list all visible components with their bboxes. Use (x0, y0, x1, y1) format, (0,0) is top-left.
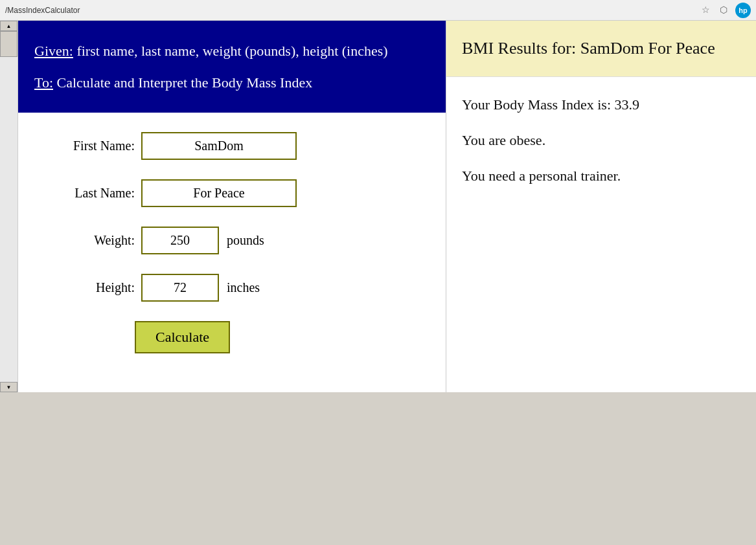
to-line: To: Calculate and Interpret the Body Mas… (34, 72, 430, 93)
first-name-label: First Name: (44, 139, 135, 153)
last-name-label: Last Name: (44, 186, 135, 201)
scrollbar-thumb[interactable] (0, 31, 17, 57)
first-name-input[interactable] (141, 132, 297, 160)
weight-unit-label: pounds (227, 233, 264, 248)
last-name-row: Last Name: (44, 179, 420, 207)
given-line: Given: first name, last name, weight (po… (34, 40, 430, 61)
hp-icon[interactable]: hp (735, 3, 751, 18)
last-name-input[interactable] (141, 179, 297, 207)
left-panel: Given: first name, last name, weight (po… (18, 21, 446, 392)
height-unit-label: inches (227, 280, 260, 295)
page-wrapper: ▲ ▼ Given: first name, last name, weight… (0, 21, 756, 392)
first-name-row: First Name: (44, 132, 420, 160)
weight-row: Weight: pounds (44, 227, 420, 254)
blue-header: Given: first name, last name, weight (po… (18, 21, 446, 113)
height-row: Height: inches (44, 274, 420, 302)
calculate-row: Calculate (44, 321, 420, 353)
browser-icons: ☆ ⬡ hp (699, 3, 751, 18)
given-text: first name, last name, weight (pounds), … (73, 43, 388, 59)
to-text: Calculate and Interpret the Body Mass In… (53, 74, 312, 91)
content-area: Given: first name, last name, weight (po… (18, 21, 756, 392)
bmi-result-line: Your Body Mass Index is: 33.9 (462, 95, 740, 115)
results-header-text: BMI Results for: SamDom For Peace (462, 39, 715, 58)
bmi-status-line: You are obese. (462, 131, 740, 151)
weight-input[interactable] (141, 227, 219, 254)
scrollbar-down-btn[interactable]: ▼ (0, 382, 17, 392)
right-panel: BMI Results for: SamDom For Peace Your B… (446, 21, 756, 392)
plugin-icon[interactable]: ⬡ (717, 4, 730, 17)
height-label: Height: (44, 280, 135, 295)
results-body: Your Body Mass Index is: 33.9 You are ob… (446, 77, 756, 219)
given-label: Given: (34, 43, 73, 59)
scrollbar-track (0, 31, 17, 382)
form-area: First Name: Last Name: Weight: pounds He… (18, 113, 446, 392)
scrollbar-up-btn[interactable]: ▲ (0, 21, 17, 31)
browser-title: /MassIndexCalculator (5, 6, 80, 15)
results-header: BMI Results for: SamDom For Peace (446, 21, 756, 77)
to-label: To: (34, 74, 53, 91)
height-input[interactable] (141, 274, 219, 302)
bmi-advice-line: You need a personal trainer. (462, 166, 740, 186)
weight-label: Weight: (44, 233, 135, 248)
star-icon[interactable]: ☆ (699, 4, 712, 17)
calculate-button[interactable]: Calculate (135, 321, 230, 353)
scrollbar-area[interactable]: ▲ ▼ (0, 21, 18, 392)
browser-chrome: /MassIndexCalculator ☆ ⬡ hp (0, 0, 756, 21)
